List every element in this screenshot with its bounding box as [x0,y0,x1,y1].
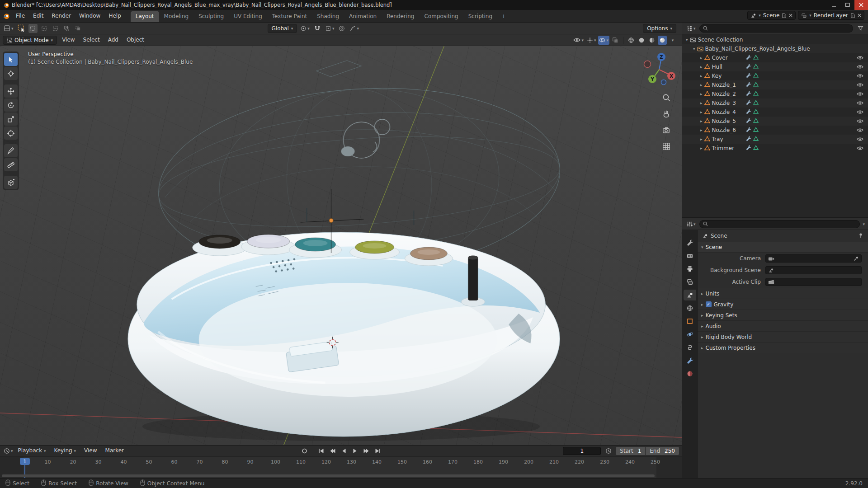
eye-icon[interactable] [857,110,863,114]
outliner-row-nozzle-5[interactable]: ▸Nozzle_5 [682,117,868,126]
maximize-button[interactable] [841,0,854,10]
properties-search-input[interactable] [699,220,860,228]
select-box-tool[interactable] [4,53,18,66]
mesh-data-icon[interactable] [753,73,759,79]
mesh-data-icon[interactable] [753,82,759,88]
app-menu-blender-icon[interactable] [0,12,12,20]
tab-modifiers[interactable] [684,355,696,366]
pin-icon[interactable] [858,233,863,239]
timeline-editor-type-selector[interactable]: ▾ [3,446,14,455]
auto-keying-toggle[interactable] [299,446,310,455]
select-mode-intersect-button[interactable] [74,24,83,33]
scene-selector[interactable]: ▾ Scene [747,11,796,20]
jump-to-prev-keyframe-button[interactable] [327,446,338,455]
workspace-tab-layout[interactable]: Layout [131,11,159,22]
select-mode-set-button[interactable] [28,24,38,33]
menu-help[interactable]: Help [104,10,125,22]
mesh-data-icon[interactable] [753,91,759,97]
modifier-icon[interactable] [745,63,751,70]
end-frame-field[interactable]: End250 [646,447,679,455]
mesh-data-icon[interactable] [753,109,759,115]
eye-icon[interactable] [857,65,863,69]
minimize-button[interactable] [827,0,841,10]
gravity-checkbox[interactable]: ✓ [706,301,712,307]
eye-icon[interactable] [857,56,863,60]
new-scene-button[interactable] [782,13,787,18]
workspace-tab-rendering[interactable]: Rendering [382,11,419,22]
play-reverse-button[interactable] [339,446,349,455]
camera-view-icon[interactable] [662,126,671,136]
snap-target-dropdown[interactable]: ▾ [324,24,335,33]
eye-icon[interactable] [857,128,863,132]
current-frame-field[interactable]: 1 [563,447,601,455]
outliner-row-cover[interactable]: ▸Cover [682,53,868,62]
add-cube-tool[interactable] [4,176,18,189]
transform-orientation-dropdown[interactable]: Global▾ [268,24,297,33]
modifier-icon[interactable] [745,117,751,125]
jump-to-end-button[interactable] [373,446,383,455]
menu-render[interactable]: Render [47,10,75,22]
timeline-menu-keying[interactable]: Keying ▾ [50,445,80,457]
remove-view-layer-icon[interactable] [858,14,861,17]
outliner-row-nozzle-4[interactable]: ▸Nozzle_4 [682,108,868,117]
mesh-data-icon[interactable] [753,64,759,70]
playhead-frame-badge[interactable]: 1 [20,458,30,465]
mesh-data-icon[interactable] [753,127,759,133]
measure-tool[interactable] [4,158,18,171]
properties-panel-custom-properties[interactable]: ▸Custom Properties [698,342,868,353]
viewport-menu-view[interactable]: View [58,34,79,46]
properties-panel-audio[interactable]: ▸Audio [698,320,868,331]
rotate-tool[interactable] [4,99,18,112]
play-button[interactable] [350,446,360,455]
modifier-icon[interactable] [745,54,751,61]
editor-type-selector[interactable]: ▾ [3,24,14,33]
toggle-orthographic-icon[interactable] [662,142,671,152]
move-tool[interactable] [4,84,18,98]
modifier-icon[interactable] [745,145,751,152]
snap-toggle[interactable] [313,24,322,33]
add-workspace-button[interactable]: + [497,11,510,22]
tab-view-layer[interactable] [684,277,696,287]
navigation-gizmo[interactable]: Z X Y [640,51,678,89]
object-visibility-dropdown[interactable]: ▾ [572,36,585,45]
modifier-icon[interactable] [745,136,751,143]
tab-material[interactable] [684,368,696,379]
outliner-row-nozzle-2[interactable]: ▸Nozzle_2 [682,89,868,99]
tab-render[interactable] [684,250,696,261]
properties-panel-gravity[interactable]: ▸✓Gravity [698,299,868,310]
mode-dropdown[interactable]: Object Mode▾ [3,36,57,45]
property-field-active-clip[interactable] [765,278,862,286]
new-view-layer-button[interactable] [850,13,855,18]
zoom-icon[interactable] [662,93,671,103]
eye-icon[interactable] [857,92,863,96]
workspace-tab-scripting[interactable]: Scripting [463,11,497,22]
shading-wireframe-button[interactable] [627,36,636,45]
tab-physics[interactable] [684,329,696,340]
viewport-menu-add[interactable]: Add [104,34,123,46]
tab-tool[interactable] [684,237,696,248]
tab-world[interactable] [684,303,696,314]
shading-solid-button[interactable] [637,36,646,45]
property-field-camera[interactable] [765,254,862,263]
options-dropdown[interactable]: Options▾ [643,24,676,33]
workspace-tab-animation[interactable]: Animation [344,11,382,22]
outliner-row-baby-nail-clippers-royal-angels-blue[interactable]: ▾Baby_Nail_Clippers_Royal_Angels_Blue [682,44,868,53]
eye-icon[interactable] [857,146,863,150]
tab-scene[interactable] [684,290,696,300]
use-preview-range-toggle[interactable] [603,446,613,455]
outliner-row-scene-collection[interactable]: ▾Scene Collection [682,35,868,44]
modifier-icon[interactable] [745,90,751,98]
filter-icon[interactable] [856,24,865,33]
jump-to-next-keyframe-button[interactable] [361,446,372,455]
tab-object[interactable] [684,316,696,327]
outliner-row-nozzle-1[interactable]: ▸Nozzle_1 [682,80,868,89]
jump-to-start-button[interactable] [316,446,326,455]
timeline-menu-playback[interactable]: Playback ▾ [14,445,50,457]
properties-panel-rigid-body-world[interactable]: ▸Rigid Body World [698,331,868,342]
eye-icon[interactable] [857,101,863,105]
transform-tool[interactable] [4,127,18,140]
tab-output[interactable] [684,263,696,274]
modifier-icon[interactable] [745,127,751,134]
timeline-scrollbar[interactable] [2,474,655,477]
mesh-data-icon[interactable] [753,55,759,61]
